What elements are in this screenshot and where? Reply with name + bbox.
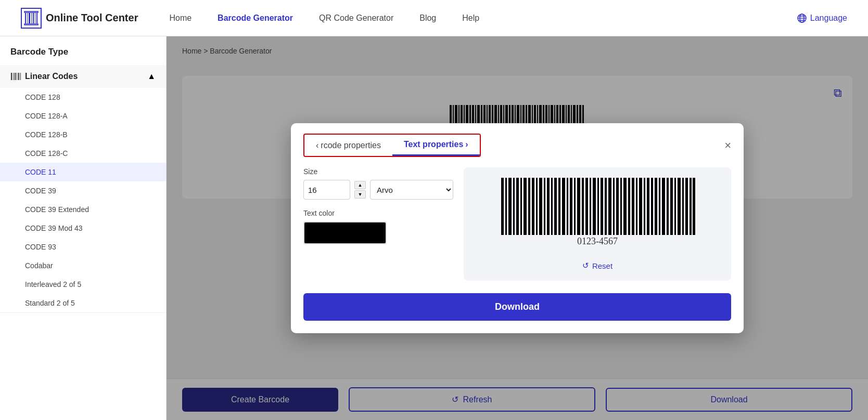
svg-rect-6 xyxy=(36,13,37,23)
language-label: Language xyxy=(810,14,847,23)
svg-rect-2 xyxy=(29,13,30,23)
sidebar-item-code39[interactable]: CODE 39 xyxy=(0,181,166,200)
svg-rect-84 xyxy=(558,178,560,235)
svg-rect-4 xyxy=(33,13,34,23)
sidebar-item-interleaved[interactable]: Interleaved 2 of 5 xyxy=(0,275,166,294)
modal-footer: Download xyxy=(291,293,744,333)
svg-rect-82 xyxy=(551,178,553,235)
modal-download-button[interactable]: Download xyxy=(303,293,731,321)
svg-rect-95 xyxy=(601,178,603,235)
svg-rect-18 xyxy=(18,73,19,80)
svg-rect-97 xyxy=(608,178,611,235)
svg-rect-112 xyxy=(667,178,669,235)
nav-barcode-generator[interactable]: Barcode Generator xyxy=(218,14,293,23)
sidebar-item-code11[interactable]: CODE 11 xyxy=(0,163,166,181)
svg-rect-96 xyxy=(605,178,607,235)
section-header-left: Linear Codes xyxy=(10,71,78,82)
svg-rect-72 xyxy=(513,178,515,235)
sidebar-section-linear: Linear Codes ▲ CODE 128 CODE 128-A CODE … xyxy=(0,65,166,313)
svg-rect-108 xyxy=(651,178,653,235)
barcode-icon xyxy=(10,71,21,82)
size-decrement-button[interactable]: ▼ xyxy=(354,190,366,199)
svg-rect-14 xyxy=(11,73,12,80)
svg-rect-100 xyxy=(620,178,622,235)
svg-rect-78 xyxy=(536,178,538,235)
modal-close-button[interactable]: × xyxy=(724,140,731,151)
main-layout: Barcode Type Linear Codes ▲ CO xyxy=(0,36,868,420)
text-color-label: Text color xyxy=(303,209,453,217)
svg-rect-92 xyxy=(590,178,591,235)
reset-icon: ↺ xyxy=(582,261,589,270)
text-color-swatch[interactable] xyxy=(303,221,387,244)
sidebar-item-code93[interactable]: CODE 93 xyxy=(0,238,166,256)
tab-text-label: Text properties xyxy=(404,140,463,149)
barcode-preview: 0123-4567 xyxy=(499,178,696,247)
nav-home[interactable]: Home xyxy=(169,14,192,23)
svg-rect-109 xyxy=(655,178,657,235)
svg-rect-90 xyxy=(582,178,584,235)
modal-dialog: ‹ rcode properties Text properties › × xyxy=(291,123,744,333)
svg-rect-19 xyxy=(20,73,21,80)
svg-rect-17 xyxy=(17,73,17,80)
svg-rect-85 xyxy=(562,178,565,235)
svg-rect-118 xyxy=(690,178,692,235)
svg-rect-117 xyxy=(685,178,688,235)
sidebar-item-code39mod43[interactable]: CODE 39 Mod 43 xyxy=(0,219,166,238)
svg-rect-7 xyxy=(24,11,38,12)
svg-rect-75 xyxy=(524,178,527,235)
reset-label: Reset xyxy=(592,261,612,270)
svg-rect-69 xyxy=(501,178,504,235)
svg-rect-73 xyxy=(516,178,519,235)
sidebar-section-header[interactable]: Linear Codes ▲ xyxy=(0,65,166,88)
svg-rect-80 xyxy=(544,178,545,235)
modal-barcode-svg: 0123-4567 xyxy=(499,178,696,245)
svg-rect-107 xyxy=(647,178,649,235)
header: Online Tool Center Home Barcode Generato… xyxy=(0,0,868,36)
svg-rect-105 xyxy=(639,178,642,235)
tab-barcode-label: rcode properties xyxy=(321,141,381,150)
logo: Online Tool Center xyxy=(21,8,138,29)
sidebar-item-code39ext[interactable]: CODE 39 Extended xyxy=(0,200,166,219)
svg-rect-113 xyxy=(670,178,673,235)
sidebar-item-codabar[interactable]: Codabar xyxy=(0,256,166,275)
language-button[interactable]: Language xyxy=(797,13,847,23)
size-input[interactable] xyxy=(303,180,350,200)
svg-rect-99 xyxy=(616,178,619,235)
nav-blog[interactable]: Blog xyxy=(419,14,436,23)
modal-preview-panel: 0123-4567 ↺ Reset xyxy=(464,167,731,281)
main-nav: Home Barcode Generator QR Code Generator… xyxy=(169,14,796,23)
modal-body: Size ▲ ▼ Arvo Arial Helvetica xyxy=(291,157,744,293)
nav-help[interactable]: Help xyxy=(462,14,479,23)
modal-tabs: ‹ rcode properties Text properties › xyxy=(303,134,481,157)
svg-rect-98 xyxy=(613,178,615,235)
svg-rect-115 xyxy=(678,178,681,235)
reset-button[interactable]: ↺ Reset xyxy=(582,261,612,270)
svg-rect-77 xyxy=(532,178,534,235)
tab-barcode-properties[interactable]: ‹ rcode properties xyxy=(304,136,392,155)
svg-rect-88 xyxy=(574,178,576,235)
svg-rect-3 xyxy=(31,13,32,23)
sidebar-item-code128[interactable]: CODE 128 xyxy=(0,88,166,107)
svg-rect-93 xyxy=(593,178,596,235)
sidebar-item-code128a[interactable]: CODE 128-A xyxy=(0,107,166,125)
svg-rect-15 xyxy=(13,73,14,80)
svg-rect-94 xyxy=(597,178,599,235)
section-chevron-icon: ▲ xyxy=(147,72,156,81)
sidebar-item-standard25[interactable]: Standard 2 of 5 xyxy=(0,294,166,312)
tab-back-arrow: ‹ xyxy=(316,141,318,150)
font-select[interactable]: Arvo Arial Helvetica Times New Roman Cou… xyxy=(370,180,453,200)
svg-rect-89 xyxy=(577,178,580,235)
tab-text-properties[interactable]: Text properties › xyxy=(392,135,480,156)
svg-rect-87 xyxy=(570,178,572,235)
sidebar-item-code128b[interactable]: CODE 128-B xyxy=(0,125,166,144)
svg-rect-102 xyxy=(628,178,630,235)
size-increment-button[interactable]: ▲ xyxy=(354,181,366,189)
nav-qr-code[interactable]: QR Code Generator xyxy=(319,14,393,23)
sidebar: Barcode Type Linear Codes ▲ CO xyxy=(0,36,167,420)
svg-rect-16 xyxy=(15,73,16,80)
svg-rect-91 xyxy=(585,178,588,235)
svg-rect-74 xyxy=(520,178,522,235)
sidebar-item-code128c[interactable]: CODE 128-C xyxy=(0,144,166,163)
spinner-buttons: ▲ ▼ xyxy=(354,181,366,199)
svg-rect-119 xyxy=(693,178,695,235)
